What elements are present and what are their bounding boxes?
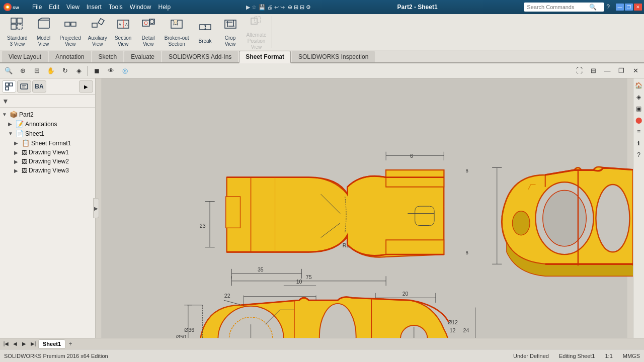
status-label: Under Defined bbox=[513, 353, 549, 359]
display-icon[interactable]: ▣ bbox=[634, 104, 644, 114]
view-minimize-button[interactable]: — bbox=[601, 65, 614, 77]
auxiliary-view-icon bbox=[91, 17, 105, 34]
broken-out-section-icon bbox=[170, 17, 184, 34]
sidebar: BA ▶ ▼ ▼ 📦 Part2 ▶ 📝 Annotations ▼ 📄 She… bbox=[0, 78, 96, 338]
full-screen-button[interactable]: ⛶ bbox=[573, 65, 586, 77]
menu-tools[interactable]: Tools bbox=[106, 3, 126, 12]
add-sheet-button[interactable]: + bbox=[66, 340, 74, 348]
search-box[interactable]: 🔍 bbox=[524, 3, 604, 12]
tab-addins[interactable]: SOLIDWORKS Add-Ins bbox=[162, 51, 238, 62]
drawing-area[interactable]: 35 75 23 60 8 8 R10 bbox=[96, 78, 633, 338]
section-view-button[interactable]: A A SectionView bbox=[111, 18, 135, 46]
tree-expander: ▶ bbox=[8, 121, 14, 127]
view-orientation-button[interactable]: ◈ bbox=[72, 65, 86, 77]
svg-text:Ø50: Ø50 bbox=[176, 334, 186, 338]
editing-label: Editing Sheet1 bbox=[559, 353, 595, 359]
tree-item-annotations[interactable]: ▶ 📝 Annotations bbox=[0, 119, 95, 129]
zoom-area-button[interactable]: ⊕ bbox=[16, 65, 29, 77]
view-3d-icon[interactable]: ◈ bbox=[634, 92, 644, 102]
display-style-button[interactable]: ◼ bbox=[90, 65, 103, 77]
restore-button[interactable]: ❐ bbox=[625, 4, 633, 11]
bottom-bar: |◀ ◀ ▶ ▶| Sheet1 + SOLIDWORKS Premium 20… bbox=[0, 338, 644, 362]
svg-text:Ø36: Ø36 bbox=[184, 327, 194, 333]
view-restore-button[interactable]: ❐ bbox=[615, 65, 628, 77]
svg-text:23: 23 bbox=[200, 223, 206, 229]
sidebar-collapse-button[interactable]: ▶ bbox=[93, 198, 99, 218]
tab-inspection[interactable]: SOLIDWORKS Inspection bbox=[292, 51, 375, 62]
tree-item-drawing-view3[interactable]: ▶ 🖼 Drawing View3 bbox=[0, 166, 95, 175]
settings-icon[interactable]: ≡ bbox=[634, 127, 644, 137]
sidebar-tab-property[interactable] bbox=[17, 80, 31, 93]
sheet-nav-last[interactable]: ▶| bbox=[29, 340, 37, 348]
part2-icon: 📦 bbox=[10, 111, 18, 118]
tree-expander: ▶ bbox=[14, 140, 20, 146]
tab-sheet-format[interactable]: Sheet Format bbox=[239, 51, 291, 63]
tab-evaluate[interactable]: Evaluate bbox=[124, 51, 161, 62]
svg-point-25 bbox=[150, 20, 154, 24]
svg-text:24: 24 bbox=[463, 327, 469, 333]
alternate-position-view-button[interactable]: AlternatePositionView bbox=[244, 18, 270, 46]
sidebar-tab-config[interactable]: BA bbox=[32, 80, 46, 93]
tab-view-layout[interactable]: View Layout bbox=[2, 51, 48, 62]
break-button[interactable]: Break bbox=[193, 18, 217, 46]
sheet-nav-prev[interactable]: ◀ bbox=[11, 340, 19, 348]
svg-rect-35 bbox=[6, 87, 9, 90]
drawing-canvas[interactable]: 35 75 23 60 8 8 R10 bbox=[96, 78, 633, 338]
menu-help[interactable]: Help bbox=[155, 3, 174, 12]
svg-text:35: 35 bbox=[258, 266, 264, 273]
view-toolbar-group: Standard3 View ModelView bbox=[2, 16, 272, 48]
tree-item-sheet1[interactable]: ▼ 📄 Sheet1 bbox=[0, 129, 95, 138]
sheet-tab-1[interactable]: Sheet1 bbox=[38, 339, 65, 348]
titlebar: SW File Edit View Insert Tools Window He… bbox=[0, 0, 644, 14]
search-input[interactable] bbox=[527, 4, 587, 10]
tree-item-part2[interactable]: ▼ 📦 Part2 bbox=[0, 110, 95, 119]
zoom-selection-button[interactable]: ⊟ bbox=[30, 65, 43, 77]
rotate-button[interactable]: ↻ bbox=[58, 65, 71, 77]
split-view-button[interactable]: ⊟ bbox=[587, 65, 600, 77]
tab-annotation[interactable]: Annotation bbox=[49, 51, 91, 62]
svg-rect-33 bbox=[6, 83, 9, 86]
pan-button[interactable]: ✋ bbox=[44, 65, 57, 77]
menu-edit[interactable]: Edit bbox=[46, 3, 62, 12]
tree-item-sheet-format1[interactable]: ▶ 📋 Sheet Format1 bbox=[0, 138, 95, 148]
auxiliary-view-button[interactable]: AuxiliaryView bbox=[85, 18, 110, 46]
right-icons-panel: 🏠 ◈ ▣ ⬤ ≡ ℹ ? bbox=[633, 78, 644, 338]
color-icon[interactable]: ⬤ bbox=[634, 115, 644, 125]
svg-text:SW: SW bbox=[13, 6, 19, 10]
tree-item-drawing-view1[interactable]: ▶ 🖼 Drawing View1 bbox=[0, 148, 95, 157]
model-view-button[interactable]: ModelView bbox=[32, 18, 56, 46]
house-icon[interactable]: 🏠 bbox=[634, 80, 644, 90]
sheet-nav-next[interactable]: ▶ bbox=[20, 340, 28, 348]
menu-window[interactable]: Window bbox=[127, 3, 154, 12]
projected-view-button[interactable]: ProjectedView bbox=[57, 18, 84, 46]
help-button[interactable]: ? bbox=[606, 4, 610, 11]
info-icon[interactable]: ℹ bbox=[634, 138, 644, 148]
tree-expander: ▶ bbox=[14, 150, 20, 155]
sidebar-expand-button[interactable]: ▶ bbox=[79, 80, 93, 93]
menu-insert[interactable]: Insert bbox=[84, 3, 105, 12]
broken-out-section-button[interactable]: Broken-outSection bbox=[162, 18, 192, 46]
tab-sketch[interactable]: Sketch bbox=[92, 51, 124, 62]
help-right-icon[interactable]: ? bbox=[634, 150, 644, 160]
standard-3view-icon bbox=[10, 17, 24, 34]
svg-rect-36 bbox=[21, 84, 28, 89]
break-label: Break bbox=[199, 38, 212, 44]
sidebar-tab-feature[interactable] bbox=[2, 80, 16, 93]
svg-text:22: 22 bbox=[224, 293, 230, 299]
sheet-nav-first[interactable]: |◀ bbox=[2, 340, 10, 348]
menu-file[interactable]: File bbox=[29, 3, 45, 12]
hide-show-button[interactable]: 👁 bbox=[104, 65, 117, 77]
menu-view[interactable]: View bbox=[63, 3, 83, 12]
view-close-button[interactable]: ✕ bbox=[629, 65, 642, 77]
zoom-to-fit-button[interactable]: 🔍 bbox=[2, 65, 15, 77]
minimize-button[interactable]: — bbox=[616, 4, 624, 11]
section-view-toggle[interactable]: ◎ bbox=[118, 65, 131, 77]
close-button[interactable]: ✕ bbox=[634, 4, 642, 11]
svg-rect-5 bbox=[17, 18, 22, 23]
detail-view-button[interactable]: DetailView bbox=[136, 18, 160, 46]
toolbar-separator bbox=[88, 66, 88, 76]
svg-rect-34 bbox=[10, 83, 13, 86]
tree-item-drawing-view2[interactable]: ▶ 🖼 Drawing View2 bbox=[0, 157, 95, 166]
crop-view-button[interactable]: CropView bbox=[218, 18, 243, 46]
standard-3view-button[interactable]: Standard3 View bbox=[4, 18, 31, 46]
